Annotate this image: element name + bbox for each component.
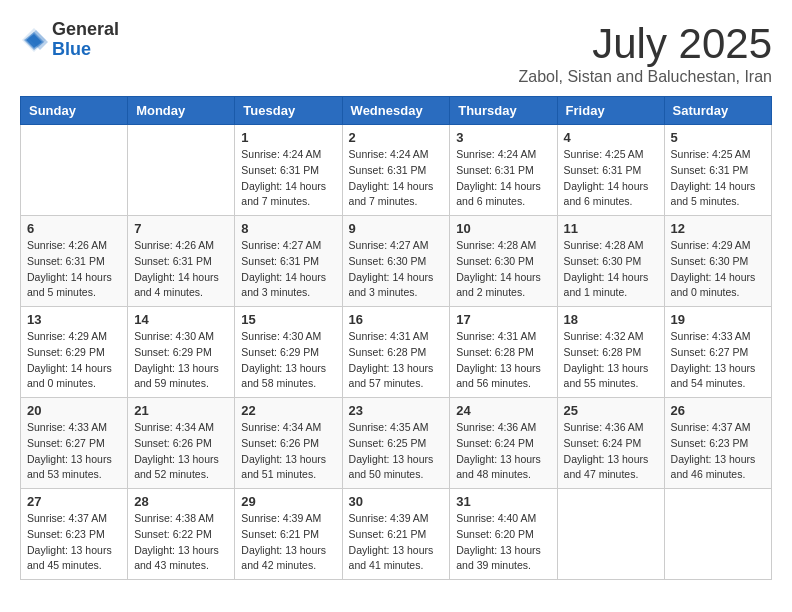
day-cell: 21Sunrise: 4:34 AM Sunset: 6:26 PM Dayli…: [128, 398, 235, 489]
day-info: Sunrise: 4:31 AM Sunset: 6:28 PM Dayligh…: [456, 329, 550, 392]
day-number: 18: [564, 312, 658, 327]
day-cell: [128, 125, 235, 216]
day-number: 2: [349, 130, 444, 145]
day-info: Sunrise: 4:25 AM Sunset: 6:31 PM Dayligh…: [564, 147, 658, 210]
header-cell-saturday: Saturday: [664, 97, 771, 125]
day-info: Sunrise: 4:27 AM Sunset: 6:31 PM Dayligh…: [241, 238, 335, 301]
day-cell: 8Sunrise: 4:27 AM Sunset: 6:31 PM Daylig…: [235, 216, 342, 307]
logo-text: General Blue: [52, 20, 119, 60]
day-cell: 10Sunrise: 4:28 AM Sunset: 6:30 PM Dayli…: [450, 216, 557, 307]
day-number: 5: [671, 130, 765, 145]
month-title: July 2025: [519, 20, 773, 68]
day-number: 11: [564, 221, 658, 236]
day-cell: 28Sunrise: 4:38 AM Sunset: 6:22 PM Dayli…: [128, 489, 235, 580]
day-cell: 23Sunrise: 4:35 AM Sunset: 6:25 PM Dayli…: [342, 398, 450, 489]
day-info: Sunrise: 4:34 AM Sunset: 6:26 PM Dayligh…: [241, 420, 335, 483]
day-number: 26: [671, 403, 765, 418]
calendar-body: 1Sunrise: 4:24 AM Sunset: 6:31 PM Daylig…: [21, 125, 772, 580]
day-number: 9: [349, 221, 444, 236]
day-info: Sunrise: 4:28 AM Sunset: 6:30 PM Dayligh…: [456, 238, 550, 301]
day-info: Sunrise: 4:35 AM Sunset: 6:25 PM Dayligh…: [349, 420, 444, 483]
day-number: 30: [349, 494, 444, 509]
day-info: Sunrise: 4:39 AM Sunset: 6:21 PM Dayligh…: [349, 511, 444, 574]
day-info: Sunrise: 4:29 AM Sunset: 6:29 PM Dayligh…: [27, 329, 121, 392]
day-cell: 7Sunrise: 4:26 AM Sunset: 6:31 PM Daylig…: [128, 216, 235, 307]
day-number: 15: [241, 312, 335, 327]
day-cell: 2Sunrise: 4:24 AM Sunset: 6:31 PM Daylig…: [342, 125, 450, 216]
day-cell: 13Sunrise: 4:29 AM Sunset: 6:29 PM Dayli…: [21, 307, 128, 398]
week-row-1: 1Sunrise: 4:24 AM Sunset: 6:31 PM Daylig…: [21, 125, 772, 216]
title-block: July 2025 Zabol, Sistan and Baluchestan,…: [519, 20, 773, 86]
day-cell: 27Sunrise: 4:37 AM Sunset: 6:23 PM Dayli…: [21, 489, 128, 580]
day-number: 21: [134, 403, 228, 418]
day-cell: 20Sunrise: 4:33 AM Sunset: 6:27 PM Dayli…: [21, 398, 128, 489]
day-cell: 19Sunrise: 4:33 AM Sunset: 6:27 PM Dayli…: [664, 307, 771, 398]
day-cell: 25Sunrise: 4:36 AM Sunset: 6:24 PM Dayli…: [557, 398, 664, 489]
logo-blue: Blue: [52, 40, 119, 60]
day-number: 31: [456, 494, 550, 509]
day-number: 20: [27, 403, 121, 418]
day-cell: 3Sunrise: 4:24 AM Sunset: 6:31 PM Daylig…: [450, 125, 557, 216]
day-info: Sunrise: 4:36 AM Sunset: 6:24 PM Dayligh…: [456, 420, 550, 483]
day-info: Sunrise: 4:24 AM Sunset: 6:31 PM Dayligh…: [456, 147, 550, 210]
day-number: 17: [456, 312, 550, 327]
day-info: Sunrise: 4:33 AM Sunset: 6:27 PM Dayligh…: [671, 329, 765, 392]
day-info: Sunrise: 4:28 AM Sunset: 6:30 PM Dayligh…: [564, 238, 658, 301]
day-cell: 29Sunrise: 4:39 AM Sunset: 6:21 PM Dayli…: [235, 489, 342, 580]
day-cell: 15Sunrise: 4:30 AM Sunset: 6:29 PM Dayli…: [235, 307, 342, 398]
day-number: 29: [241, 494, 335, 509]
logo-general: General: [52, 20, 119, 40]
header-cell-tuesday: Tuesday: [235, 97, 342, 125]
location-title: Zabol, Sistan and Baluchestan, Iran: [519, 68, 773, 86]
day-info: Sunrise: 4:26 AM Sunset: 6:31 PM Dayligh…: [134, 238, 228, 301]
day-number: 24: [456, 403, 550, 418]
day-number: 1: [241, 130, 335, 145]
header-cell-thursday: Thursday: [450, 97, 557, 125]
day-info: Sunrise: 4:27 AM Sunset: 6:30 PM Dayligh…: [349, 238, 444, 301]
day-info: Sunrise: 4:30 AM Sunset: 6:29 PM Dayligh…: [134, 329, 228, 392]
day-cell: [21, 125, 128, 216]
day-cell: 14Sunrise: 4:30 AM Sunset: 6:29 PM Dayli…: [128, 307, 235, 398]
day-info: Sunrise: 4:36 AM Sunset: 6:24 PM Dayligh…: [564, 420, 658, 483]
day-cell: 30Sunrise: 4:39 AM Sunset: 6:21 PM Dayli…: [342, 489, 450, 580]
header-cell-friday: Friday: [557, 97, 664, 125]
day-info: Sunrise: 4:26 AM Sunset: 6:31 PM Dayligh…: [27, 238, 121, 301]
calendar-table: SundayMondayTuesdayWednesdayThursdayFrid…: [20, 96, 772, 580]
header-cell-sunday: Sunday: [21, 97, 128, 125]
day-number: 27: [27, 494, 121, 509]
day-cell: 26Sunrise: 4:37 AM Sunset: 6:23 PM Dayli…: [664, 398, 771, 489]
logo: General Blue: [20, 20, 119, 60]
day-number: 16: [349, 312, 444, 327]
day-cell: 5Sunrise: 4:25 AM Sunset: 6:31 PM Daylig…: [664, 125, 771, 216]
day-number: 10: [456, 221, 550, 236]
week-row-3: 13Sunrise: 4:29 AM Sunset: 6:29 PM Dayli…: [21, 307, 772, 398]
day-cell: 16Sunrise: 4:31 AM Sunset: 6:28 PM Dayli…: [342, 307, 450, 398]
day-cell: 6Sunrise: 4:26 AM Sunset: 6:31 PM Daylig…: [21, 216, 128, 307]
day-cell: 18Sunrise: 4:32 AM Sunset: 6:28 PM Dayli…: [557, 307, 664, 398]
day-info: Sunrise: 4:37 AM Sunset: 6:23 PM Dayligh…: [27, 511, 121, 574]
day-number: 8: [241, 221, 335, 236]
day-info: Sunrise: 4:37 AM Sunset: 6:23 PM Dayligh…: [671, 420, 765, 483]
calendar-header: SundayMondayTuesdayWednesdayThursdayFrid…: [21, 97, 772, 125]
day-number: 22: [241, 403, 335, 418]
day-info: Sunrise: 4:32 AM Sunset: 6:28 PM Dayligh…: [564, 329, 658, 392]
day-info: Sunrise: 4:31 AM Sunset: 6:28 PM Dayligh…: [349, 329, 444, 392]
day-info: Sunrise: 4:29 AM Sunset: 6:30 PM Dayligh…: [671, 238, 765, 301]
day-info: Sunrise: 4:34 AM Sunset: 6:26 PM Dayligh…: [134, 420, 228, 483]
day-info: Sunrise: 4:39 AM Sunset: 6:21 PM Dayligh…: [241, 511, 335, 574]
day-number: 28: [134, 494, 228, 509]
week-row-5: 27Sunrise: 4:37 AM Sunset: 6:23 PM Dayli…: [21, 489, 772, 580]
day-info: Sunrise: 4:24 AM Sunset: 6:31 PM Dayligh…: [241, 147, 335, 210]
header-cell-monday: Monday: [128, 97, 235, 125]
day-number: 7: [134, 221, 228, 236]
header-cell-wednesday: Wednesday: [342, 97, 450, 125]
day-number: 14: [134, 312, 228, 327]
day-cell: [664, 489, 771, 580]
day-cell: [557, 489, 664, 580]
day-info: Sunrise: 4:25 AM Sunset: 6:31 PM Dayligh…: [671, 147, 765, 210]
logo-icon: [20, 26, 48, 54]
day-info: Sunrise: 4:33 AM Sunset: 6:27 PM Dayligh…: [27, 420, 121, 483]
day-number: 4: [564, 130, 658, 145]
day-cell: 11Sunrise: 4:28 AM Sunset: 6:30 PM Dayli…: [557, 216, 664, 307]
day-number: 25: [564, 403, 658, 418]
